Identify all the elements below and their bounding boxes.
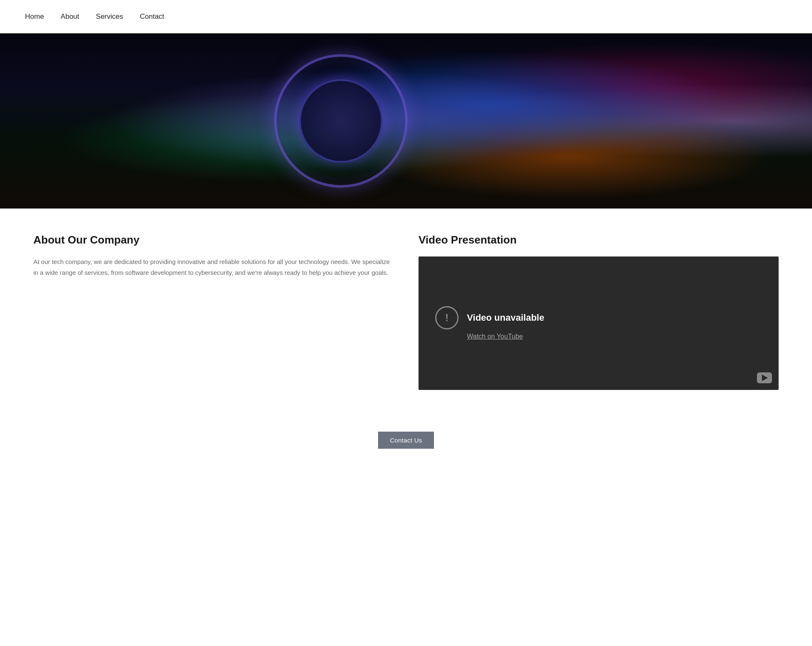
about-title: About Our Company [33,234,393,246]
contact-us-button[interactable]: Contact Us [378,432,434,449]
nav-list: Home About Services Contact [17,8,173,25]
video-unavailable-text: Video unavailable [467,312,544,323]
main-content: About Our Company At our tech company, w… [0,209,812,415]
hero-banner [0,33,812,209]
nav-link-home[interactable]: Home [17,8,52,25]
about-body: At our tech company, we are dedicated to… [33,256,393,278]
youtube-play-icon [762,375,768,381]
navbar: Home About Services Contact [0,0,812,33]
footer-cta: Contact Us [0,415,812,474]
video-section: Video Presentation ! Video unavailable W… [419,234,779,390]
nav-item-services[interactable]: Services [88,8,131,25]
nav-item-about[interactable]: About [52,8,87,25]
exclamation-icon: ! [445,312,449,324]
watch-on-youtube-link[interactable]: Watch on YouTube [467,333,523,340]
about-section: About Our Company At our tech company, w… [33,234,393,278]
nav-link-services[interactable]: Services [88,8,131,25]
nav-link-contact[interactable]: Contact [131,8,173,25]
hero-background [0,33,812,209]
video-container: ! Video unavailable Watch on YouTube [419,256,779,390]
nav-item-contact[interactable]: Contact [131,8,173,25]
video-error-row: ! Video unavailable [435,306,544,329]
nav-item-home[interactable]: Home [17,8,52,25]
video-title: Video Presentation [419,234,779,246]
nav-link-about[interactable]: About [52,8,87,25]
youtube-icon [757,372,772,383]
hero-circle-inner [299,79,383,163]
video-unavailable-icon: ! [435,306,459,329]
